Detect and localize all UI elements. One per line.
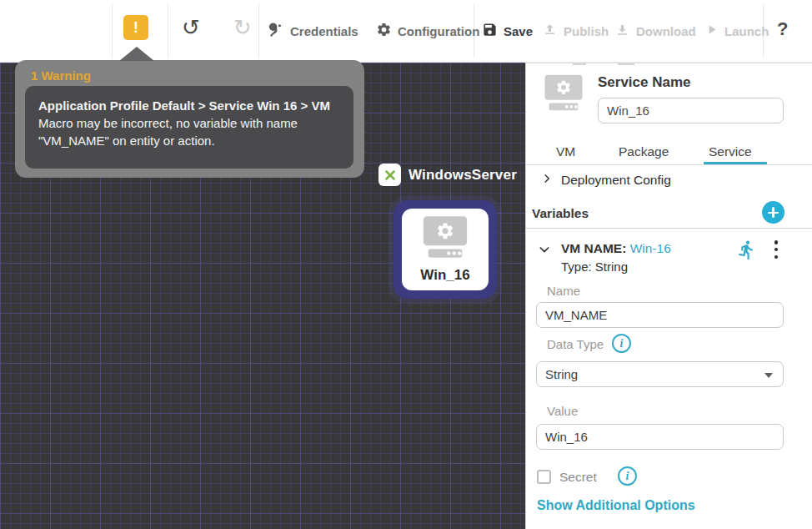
play-icon	[704, 23, 719, 40]
publish-label: Publish	[564, 24, 609, 38]
variable-type-label: Type: String	[561, 259, 628, 274]
vm-service-icon	[421, 216, 469, 261]
caret-down-icon	[764, 373, 773, 378]
warning-text-line1: Macro may be incorrect, no variable with…	[38, 114, 340, 132]
save-label: Save	[504, 24, 533, 38]
save-icon	[482, 22, 498, 41]
warning-message: Application Profile Default > Service Wi…	[25, 86, 353, 169]
warning-popover: 1 Warning Application Profile Default > …	[15, 60, 364, 178]
data-type-value: String	[545, 367, 578, 381]
save-button[interactable]: Save	[482, 0, 533, 63]
variables-divider	[526, 228, 812, 229]
service-node[interactable]: Win_16	[393, 200, 497, 299]
credentials-button[interactable]: Credentials	[268, 0, 358, 63]
variable-name-input[interactable]	[536, 302, 784, 328]
warnings-button[interactable]: !	[123, 15, 148, 40]
publish-icon	[542, 22, 558, 41]
toolbar-divider	[112, 4, 113, 58]
chevron-right-icon	[541, 173, 553, 188]
warning-exclamation-icon: !	[133, 18, 138, 36]
secret-label: Secret	[559, 470, 597, 485]
info-icon[interactable]: i	[612, 334, 631, 353]
download-icon	[614, 22, 630, 41]
variable-name-label: VM NAME:	[561, 241, 626, 255]
deployment-config-toggle[interactable]: Deployment Config	[541, 173, 671, 188]
name-field-label: Name	[547, 284, 580, 298]
credentials-label: Credentials	[290, 24, 358, 38]
warning-text-line2: "VM_NAME" on entity or action.	[38, 132, 340, 149]
tabs-divider	[526, 164, 812, 165]
launch-label: Launch	[724, 24, 769, 38]
tab-package[interactable]: Package	[619, 144, 669, 159]
configuration-label: Configuration	[398, 24, 479, 38]
value-field-label: Value	[547, 404, 578, 418]
redo-icon[interactable]: ↻	[233, 12, 252, 43]
secret-checkbox[interactable]	[537, 470, 551, 484]
toolbar-divider	[168, 4, 168, 58]
tab-service[interactable]: Service	[709, 144, 752, 159]
vm-service-icon	[543, 74, 584, 114]
variable-name-value: Win-16	[630, 241, 671, 255]
warning-popover-title: 1 Warning	[31, 68, 91, 83]
node-name-label: Win_16	[420, 267, 469, 284]
variable-value-input[interactable]	[536, 424, 784, 450]
tab-vm[interactable]: VM	[556, 144, 575, 159]
help-button[interactable]: ?	[777, 18, 788, 40]
variable-header[interactable]: VM NAME: Win-16	[561, 241, 671, 256]
download-label: Download	[636, 24, 696, 38]
launch-button[interactable]: Launch	[704, 0, 769, 63]
data-type-select[interactable]: String	[536, 361, 784, 387]
toolbar-divider	[258, 4, 259, 58]
node-caption: WindowsServer	[378, 164, 517, 186]
info-icon[interactable]: i	[618, 466, 637, 486]
properties-panel: Service Name VM Package Service Deployme…	[525, 63, 812, 529]
service-node-body: Win_16	[402, 209, 489, 290]
runtime-binding-icon[interactable]	[736, 239, 757, 264]
warning-path-line: Application Profile Default > Service Wi…	[38, 97, 340, 114]
add-variable-button[interactable]	[762, 201, 784, 224]
windows-server-icon	[378, 164, 401, 186]
popover-arrow	[119, 47, 154, 61]
undo-icon[interactable]: ↺	[182, 12, 200, 43]
variable-menu-button[interactable]	[769, 240, 784, 259]
show-additional-options-link[interactable]: Show Additional Options	[537, 498, 695, 513]
app-window: ! ↺ ↻ Credentials Configuration Save	[0, 0, 812, 529]
chevron-down-icon[interactable]	[538, 243, 551, 259]
variables-heading: Variables	[532, 206, 589, 221]
gear-icon	[376, 22, 392, 41]
publish-button[interactable]: Publish	[542, 0, 609, 63]
service-name-label: Service Name	[598, 74, 691, 91]
deployment-config-label: Deployment Config	[561, 173, 671, 188]
node-type-label: WindowsServer	[409, 167, 517, 184]
data-type-label: Data Type	[547, 337, 604, 351]
service-name-input[interactable]	[598, 98, 784, 123]
key-icon	[268, 22, 284, 41]
download-button[interactable]: Download	[614, 0, 696, 63]
clipped-content-remnant	[573, 63, 586, 65]
clipped-content-remnant	[618, 63, 634, 65]
configuration-button[interactable]: Configuration	[376, 0, 479, 63]
